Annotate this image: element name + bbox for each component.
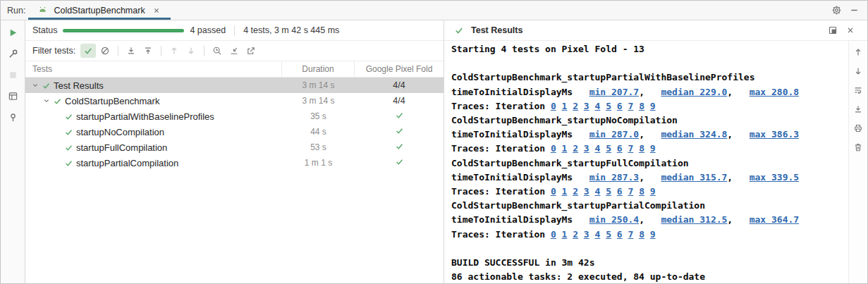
console-link[interactable]: 8 bbox=[639, 229, 644, 240]
console-link[interactable]: 3 bbox=[584, 229, 589, 240]
console-link[interactable]: median 312.5 bbox=[661, 214, 727, 225]
console-link[interactable]: 2 bbox=[573, 101, 578, 111]
console-text: , bbox=[727, 129, 749, 140]
console-link[interactable]: median 315.7 bbox=[661, 172, 727, 183]
console-link[interactable]: min 287.0 bbox=[589, 129, 639, 140]
console-text bbox=[556, 229, 562, 240]
tree-table-header: Tests Duration Google Pixel Fold bbox=[25, 61, 444, 78]
tree-expand-toggle[interactable] bbox=[30, 81, 41, 89]
test-tree-row[interactable]: startupFullCompilation53 s bbox=[25, 140, 444, 155]
test-passed-icon bbox=[64, 143, 73, 152]
console-link[interactable]: 0 bbox=[551, 186, 556, 197]
console-link[interactable]: 2 bbox=[573, 143, 578, 154]
console-link[interactable]: 6 bbox=[617, 186, 623, 197]
console-link[interactable]: 3 bbox=[584, 186, 589, 197]
console-link[interactable]: 8 bbox=[639, 143, 644, 154]
device-passed-icon bbox=[395, 142, 404, 153]
console-link[interactable]: 9 bbox=[650, 229, 656, 240]
console-link[interactable]: 8 bbox=[639, 186, 644, 197]
scroll-up-icon[interactable] bbox=[850, 45, 866, 59]
console-link[interactable]: 9 bbox=[650, 143, 656, 154]
scroll-down-icon[interactable] bbox=[850, 64, 866, 78]
clear-console-icon[interactable] bbox=[850, 140, 866, 154]
test-passed-icon bbox=[64, 112, 73, 121]
test-tree-row[interactable]: startupPartialWithBaselineProfiles35 s bbox=[25, 109, 444, 124]
pin-icon[interactable] bbox=[5, 110, 20, 124]
test-tree-row[interactable]: Test Results3 m 14 s4/4 bbox=[25, 78, 444, 93]
run-tab-coldstartupbenchmark[interactable]: ColdStartupBenchmark bbox=[28, 1, 170, 20]
settings-gear-icon[interactable] bbox=[829, 4, 844, 18]
print-icon[interactable] bbox=[850, 121, 866, 135]
console-link[interactable]: min 250.4 bbox=[589, 214, 639, 225]
scroll-to-end-icon[interactable] bbox=[850, 102, 866, 116]
console-link[interactable]: 9 bbox=[650, 101, 656, 111]
check-icon bbox=[451, 23, 467, 37]
device-result-cell bbox=[355, 111, 444, 122]
console-output[interactable]: Starting 4 tests on Pixel Fold - 13 Cold… bbox=[444, 41, 848, 283]
console-link[interactable]: 5 bbox=[606, 101, 611, 111]
test-name-cell: startupNoCompilation bbox=[25, 127, 282, 137]
test-summary: 4 tests, 3 m 42 s 445 ms bbox=[243, 25, 339, 35]
close-icon[interactable] bbox=[843, 23, 858, 37]
console-link[interactable]: 0 bbox=[551, 143, 556, 154]
console-link[interactable]: median 324.8 bbox=[661, 129, 727, 140]
console-link[interactable]: max 280.8 bbox=[750, 87, 799, 97]
test-tree-row[interactable]: startupNoCompilation44 s bbox=[25, 124, 444, 140]
console-text: Traces: Iteration bbox=[451, 229, 551, 240]
console-link[interactable]: 5 bbox=[606, 143, 611, 154]
toolbar-separator bbox=[204, 46, 204, 56]
test-history-icon[interactable] bbox=[209, 44, 225, 58]
console-line: ColdStartupBenchmark_startupFullCompilat… bbox=[451, 156, 848, 171]
expand-all-icon[interactable] bbox=[123, 44, 139, 58]
rerun-icon[interactable] bbox=[5, 25, 20, 39]
test-duration: 35 s bbox=[282, 111, 355, 121]
console-link[interactable]: 0 bbox=[551, 229, 556, 240]
show-ignored-icon[interactable] bbox=[97, 44, 113, 58]
console-link[interactable]: 3 bbox=[584, 101, 589, 111]
test-tree-row[interactable]: startupPartialCompilation1 m 1 s bbox=[25, 155, 444, 171]
console-text: ColdStartupBenchmark_startupPartialCompi… bbox=[451, 200, 705, 211]
console-link[interactable]: 9 bbox=[650, 186, 656, 197]
console-text bbox=[611, 143, 617, 154]
console-link[interactable]: max 386.3 bbox=[750, 129, 799, 140]
console-link[interactable]: min 207.7 bbox=[589, 87, 639, 97]
console-link[interactable]: 6 bbox=[617, 101, 623, 111]
close-icon[interactable] bbox=[149, 4, 164, 18]
console-link[interactable]: 8 bbox=[639, 101, 644, 111]
tree-expand-toggle[interactable] bbox=[41, 97, 52, 105]
layout-icon[interactable] bbox=[5, 89, 20, 103]
run-tab-bar: Run: ColdStartupBenchmark bbox=[1, 1, 867, 20]
console-link[interactable]: max 364.7 bbox=[750, 214, 799, 225]
console-text bbox=[556, 143, 562, 154]
titlebar-spacer bbox=[171, 1, 829, 20]
test-name: startupNoCompilation bbox=[76, 127, 164, 137]
console-text: , bbox=[727, 87, 749, 97]
console-link[interactable]: min 287.3 bbox=[589, 172, 639, 183]
float-window-icon[interactable] bbox=[825, 23, 841, 37]
console-link[interactable]: 3 bbox=[584, 143, 589, 154]
build-icon[interactable] bbox=[5, 47, 20, 61]
console-link[interactable]: 6 bbox=[617, 229, 623, 240]
soft-wrap-icon[interactable] bbox=[850, 83, 866, 97]
test-tree-row[interactable]: ColdStartupBenchmark3 m 14 s4/4 bbox=[25, 93, 444, 109]
console-link[interactable]: 2 bbox=[573, 186, 578, 197]
console-link[interactable]: 0 bbox=[551, 101, 556, 111]
hide-icon[interactable] bbox=[846, 4, 862, 18]
column-header-tests: Tests bbox=[25, 61, 282, 77]
console-link[interactable]: max 339.5 bbox=[750, 172, 799, 183]
console-link[interactable]: 2 bbox=[573, 229, 578, 240]
console-link[interactable]: 5 bbox=[606, 229, 611, 240]
test-name: Test Results bbox=[54, 80, 104, 91]
console-link[interactable]: 6 bbox=[617, 143, 623, 154]
show-passed-icon[interactable] bbox=[80, 44, 96, 58]
console-text bbox=[556, 186, 562, 197]
console-text bbox=[589, 186, 595, 197]
collapse-all-icon[interactable] bbox=[140, 44, 156, 58]
export-results-icon[interactable] bbox=[243, 44, 259, 58]
device-passed-icon bbox=[395, 111, 404, 122]
console-text: Starting 4 tests on Pixel Fold - 13 bbox=[451, 44, 644, 54]
console-line: ColdStartupBenchmark_startupPartialWithB… bbox=[451, 70, 848, 85]
import-tests-icon[interactable] bbox=[226, 44, 242, 58]
console-link[interactable]: 5 bbox=[606, 186, 611, 197]
console-link[interactable]: median 229.0 bbox=[661, 87, 727, 97]
